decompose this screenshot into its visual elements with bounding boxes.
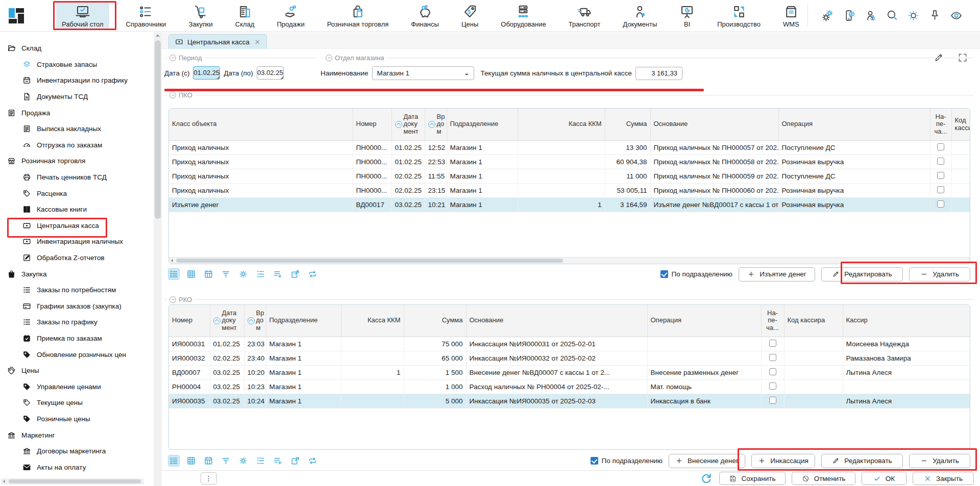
printed-checkbox[interactable] xyxy=(769,340,776,347)
table-row[interactable]: ИЯ00003503.02.2510:24Магазин 15 000Инкас… xyxy=(169,394,970,408)
printed-checkbox[interactable] xyxy=(769,397,776,404)
table-row[interactable]: Приход наличныхПН0000...02.02.2523:15Маг… xyxy=(169,183,970,197)
sort-ascending-icon[interactable] xyxy=(213,317,220,324)
sidebar-item-3[interactable]: Документы ТСД xyxy=(0,89,153,105)
sidebar-item-22[interactable]: Текущие цены xyxy=(0,395,153,411)
sidebar-item-25[interactable]: Договоры маркетинга xyxy=(0,443,153,459)
topbar-item-finance[interactable]: Финансы xyxy=(405,2,445,30)
num-list-icon[interactable] xyxy=(255,269,266,279)
column-header[interactable]: Дата доку мент xyxy=(210,305,244,337)
pin-icon[interactable] xyxy=(928,9,941,22)
column-header[interactable]: Номер xyxy=(169,305,210,337)
by-division-checkbox[interactable]: По подразделению xyxy=(591,457,663,465)
more-options-button[interactable]: ⋮ xyxy=(201,472,217,484)
column-header[interactable]: На- пе- ча... xyxy=(761,305,784,337)
topbar-item-retail[interactable]: Розничная торговля xyxy=(322,2,395,30)
collapse-icon[interactable] xyxy=(169,92,176,98)
table-row[interactable]: Приход наличныхПН0000...02.02.2511:55Маг… xyxy=(169,169,970,183)
settings-gears-icon[interactable] xyxy=(821,9,834,22)
column-header[interactable]: Подразделение xyxy=(447,109,518,140)
add-list-icon[interactable] xyxy=(273,455,283,466)
statusbar-button-3[interactable]: Закрыть xyxy=(913,472,974,485)
content-vertical-scrollbar[interactable] xyxy=(154,32,162,486)
sort-ascending-icon[interactable] xyxy=(428,121,435,128)
sidebar-item-9[interactable]: Расценка xyxy=(0,185,153,201)
sidebar-item-10[interactable]: Кассовые книги xyxy=(0,201,153,218)
collapse-icon[interactable] xyxy=(326,55,332,61)
printed-checkbox[interactable] xyxy=(937,143,944,150)
store-select[interactable]: Магазин 1⌄ xyxy=(372,66,474,80)
printed-checkbox[interactable] xyxy=(937,186,944,193)
topbar-item-transport[interactable]: Транспорт xyxy=(563,2,606,30)
table-row[interactable]: Приход наличныхПН0000...01.02.2512:52Маг… xyxy=(169,140,970,155)
printed-checkbox[interactable] xyxy=(769,354,776,361)
sync-icon[interactable] xyxy=(307,455,318,466)
column-header[interactable]: Дата доку мент xyxy=(391,109,425,140)
topbar-item-documents[interactable]: Документы xyxy=(617,2,663,30)
sidebar-item-4[interactable]: Продажа xyxy=(0,105,153,121)
sort-ascending-icon[interactable] xyxy=(248,317,255,324)
table-row[interactable]: РН0000403.02.2510:23Магазин 11 000Расход… xyxy=(169,379,970,394)
column-header[interactable]: Сумма xyxy=(404,305,466,337)
pko-button-1[interactable]: Редактировать xyxy=(821,267,903,282)
refresh-icon[interactable] xyxy=(700,472,713,485)
sort-ascending-icon[interactable] xyxy=(395,121,402,128)
table-row[interactable]: ИЯ00003202.02.2523:40Магазин 165 000Инка… xyxy=(169,351,970,365)
filter-icon[interactable] xyxy=(220,269,231,279)
pko-horizontal-scrollbar[interactable] xyxy=(169,257,970,264)
collapse-icon[interactable] xyxy=(169,296,176,303)
column-header[interactable]: Операция xyxy=(647,305,761,337)
sidebar-item-21[interactable]: Управление ценами xyxy=(0,378,153,395)
sidebar-item-13[interactable]: Обработка Z-отчетов xyxy=(0,250,153,266)
printed-checkbox[interactable] xyxy=(769,382,776,390)
collapse-icon[interactable] xyxy=(169,55,176,61)
statusbar-button-2[interactable]: ОК xyxy=(862,472,906,485)
date-to-input[interactable]: 03.02.25 xyxy=(257,66,284,80)
column-header[interactable]: Касса ККМ xyxy=(518,109,605,140)
open-ext-icon[interactable] xyxy=(290,269,301,279)
gear-sm-icon[interactable] xyxy=(238,455,249,466)
column-header[interactable]: Код касси xyxy=(951,109,970,140)
column-header[interactable]: Вр до м xyxy=(425,109,447,140)
topbar-item-prices[interactable]: $Цены xyxy=(456,2,484,30)
printed-checkbox[interactable] xyxy=(937,158,944,165)
table-row[interactable]: ВД0000703.02.2510:20Магазин 111 500Внесе… xyxy=(169,365,970,379)
checked-checkbox-icon[interactable] xyxy=(591,457,598,465)
column-header[interactable]: На- пе- ча... xyxy=(930,109,951,140)
sidebar-item-26[interactable]: Акты на оплату xyxy=(0,459,153,475)
column-header[interactable]: Операция xyxy=(778,109,930,140)
sidebar-item-1[interactable]: Страховые запасы xyxy=(0,57,153,73)
sidebar-item-17[interactable]: Заказы по графику xyxy=(0,314,153,330)
user-lock-icon[interactable] xyxy=(864,9,877,22)
sidebar-item-2[interactable]: Инвентаризации по графику xyxy=(0,72,153,89)
pko-button-0[interactable]: Изъятие денег xyxy=(739,267,815,282)
pko-button-2[interactable]: Удалить xyxy=(909,267,970,282)
column-header[interactable]: Код кассира xyxy=(784,305,843,337)
column-header[interactable]: Сумма xyxy=(605,109,650,140)
table-row[interactable]: ИЯ00003101.02.2523:03Магазин 175 000Инка… xyxy=(169,337,970,351)
table-row[interactable]: Изъятие денегВД0001703.02.2510:21Магазин… xyxy=(169,197,970,212)
topbar-item-workspace[interactable]: Рабочий стол xyxy=(56,2,109,30)
tab-central-cash[interactable]: Центральная касса ✕ xyxy=(168,34,267,49)
device-chat-icon[interactable] xyxy=(843,9,855,22)
sidebar-item-5[interactable]: Выписка накладных xyxy=(0,121,153,137)
date-from-input[interactable]: 01.02.25 xyxy=(193,66,220,80)
sidebar-item-20[interactable]: Цены xyxy=(0,363,153,379)
sidebar-item-14[interactable]: Закупка xyxy=(0,266,153,282)
topbar-item-warehouse[interactable]: Склад xyxy=(230,2,260,30)
column-header[interactable]: Основание xyxy=(466,305,647,337)
view-calendar-icon[interactable] xyxy=(203,455,214,466)
filter-icon[interactable] xyxy=(220,455,231,466)
sidebar-item-11[interactable]: Центральная касса xyxy=(0,218,153,234)
sync-icon[interactable] xyxy=(307,269,318,279)
view-list-icon[interactable] xyxy=(168,269,179,279)
sidebar-item-16[interactable]: Графики заказов (закупка) xyxy=(0,298,153,315)
sidebar-item-7[interactable]: Розничная торговля xyxy=(0,153,153,169)
column-header[interactable]: Касса ККМ xyxy=(341,305,404,337)
view-grid-icon[interactable] xyxy=(186,269,197,279)
rko-button-0[interactable]: Внесение денег xyxy=(669,454,745,468)
sidebar-item-19[interactable]: Обновление розничных цен xyxy=(0,346,153,363)
printed-checkbox[interactable] xyxy=(937,200,944,208)
column-header[interactable]: Вр до м xyxy=(244,305,266,337)
open-ext-icon[interactable] xyxy=(290,455,301,466)
